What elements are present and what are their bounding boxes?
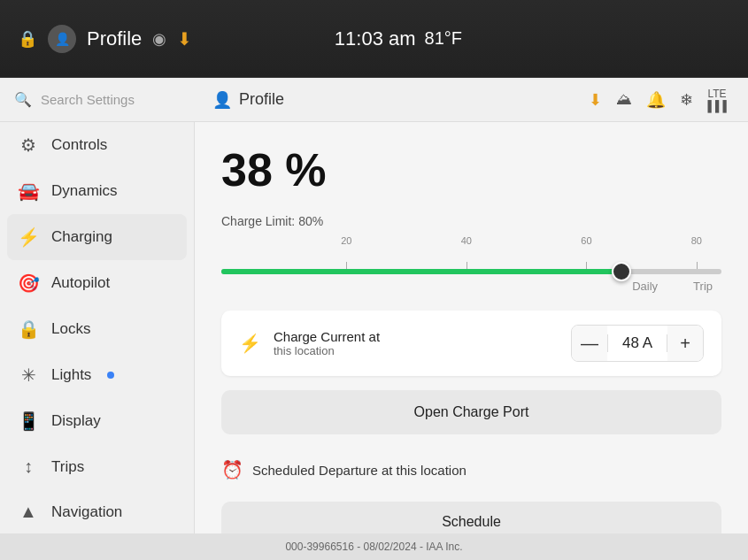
- trips-icon: ↕: [18, 456, 39, 477]
- right-profile-icon: 👤: [212, 90, 232, 110]
- daily-trip-labels: Daily Trip: [221, 280, 721, 293]
- slider-num-60: 60: [581, 235, 591, 246]
- sidebar: ⚙ Controls 🚘 Dynamics ⚡ Charging 🎯 Autop…: [0, 78, 195, 533]
- display-icon: 📱: [18, 410, 39, 432]
- sidebar-item-locks[interactable]: 🔒 Locks: [0, 306, 194, 352]
- header-snowflake-icon: ❄: [680, 90, 693, 110]
- charge-current-subtitle: this location: [274, 344, 571, 357]
- controls-icon: ⚙: [18, 134, 39, 156]
- charge-current-icon: ⚡: [239, 333, 261, 354]
- temp-display: 81°F: [425, 28, 462, 49]
- header-icons: ⬇ ⛰ 🔔 ❄ LTE▌▌▌: [589, 88, 730, 112]
- sidebar-item-lights[interactable]: ✳ Lights: [0, 352, 194, 398]
- open-charge-port-button[interactable]: Open Charge Port: [221, 390, 721, 434]
- charge-slider-container[interactable]: 20 40 60 80: [221, 235, 721, 274]
- schedule-icon: ⏰: [221, 459, 243, 480]
- trip-label: Trip: [693, 280, 713, 293]
- slider-num-20: 20: [341, 235, 351, 246]
- slider-num-40: 40: [461, 235, 472, 246]
- schedule-button[interactable]: Schedule: [221, 502, 721, 533]
- right-header-title: 👤 Profile: [212, 90, 284, 110]
- right-title-text: Profile: [239, 90, 284, 109]
- charging-label: Charging: [51, 228, 112, 246]
- daily-label: Daily: [632, 280, 658, 293]
- slider-num-80: 80: [691, 235, 702, 246]
- charge-percent-display: 38 %: [221, 143, 721, 196]
- bottom-bar-text: 000-39966516 - 08/02/2024 - IAA Inc.: [285, 541, 462, 553]
- lock-icon: 🔒: [18, 29, 37, 49]
- header-bell-icon: 🔔: [646, 90, 666, 110]
- status-bar-left: 🔒 👤 Profile ◉ ⬇: [18, 25, 192, 53]
- charging-content: 38 % Charge Limit: 80% 20 40 60 80: [195, 122, 748, 533]
- charge-current-controls: — 48 A +: [571, 325, 704, 362]
- avatar: 👤: [48, 25, 76, 53]
- sidebar-item-navigation[interactable]: ▲ Navigation: [0, 489, 194, 534]
- navigation-label: Navigation: [51, 503, 122, 521]
- header-download-icon: ⬇: [589, 90, 602, 110]
- trips-label: Trips: [51, 458, 84, 476]
- search-icon: 🔍: [14, 91, 32, 108]
- autopilot-icon: 🎯: [18, 272, 39, 294]
- location-icon: ◉: [152, 29, 166, 49]
- lights-icon: ✳: [18, 364, 39, 386]
- current-value-display: 48 A: [607, 334, 667, 352]
- locks-icon: 🔒: [18, 318, 39, 340]
- dynamics-icon: 🚘: [18, 180, 39, 202]
- increase-current-button[interactable]: +: [667, 326, 703, 361]
- scheduled-departure-text: Scheduled Departure at this location: [252, 463, 467, 478]
- charge-limit-label: Charge Limit: 80%: [221, 214, 721, 228]
- decrease-current-button[interactable]: —: [572, 326, 607, 361]
- scheduled-departure-row: ⏰ Scheduled Departure at this location: [221, 452, 721, 487]
- slider-fill: [221, 269, 621, 274]
- status-profile-label: Profile: [87, 27, 142, 50]
- bottom-bar: 000-39966516 - 08/02/2024 - IAA Inc.: [0, 533, 748, 560]
- sidebar-item-dynamics[interactable]: 🚘 Dynamics: [0, 168, 194, 214]
- display-label: Display: [51, 412, 101, 430]
- navigation-icon: ▲: [18, 502, 39, 522]
- sidebar-item-autopilot[interactable]: 🎯 Autopilot: [0, 260, 194, 306]
- charging-icon: ⚡: [18, 226, 39, 248]
- search-bar[interactable]: 🔍 Search Settings: [0, 78, 195, 122]
- dynamics-label: Dynamics: [51, 182, 118, 200]
- right-header: 👤 Profile ⬇ ⛰ 🔔 ❄ LTE▌▌▌: [195, 78, 748, 122]
- header-signal-icon: LTE▌▌▌: [707, 88, 730, 112]
- slider-thumb[interactable]: [612, 262, 631, 281]
- status-bar: 🔒 👤 Profile ◉ ⬇ 11:03 am 81°F: [0, 0, 748, 78]
- sidebar-item-trips[interactable]: ↕ Trips: [0, 444, 194, 489]
- lights-label: Lights: [51, 366, 91, 384]
- charge-current-row: ⚡ Charge Current at this location — 48 A…: [221, 311, 721, 376]
- sidebar-item-controls[interactable]: ⚙ Controls: [0, 122, 194, 168]
- search-placeholder-text: Search Settings: [41, 92, 135, 107]
- controls-label: Controls: [51, 136, 107, 154]
- charge-current-title: Charge Current at: [274, 329, 571, 344]
- download-status-icon: ⬇: [177, 28, 192, 50]
- lights-notification-dot: [107, 372, 114, 379]
- autopilot-label: Autopilot: [51, 274, 110, 292]
- locks-label: Locks: [51, 320, 90, 338]
- time-display: 11:03 am: [335, 27, 416, 50]
- status-bar-center: 11:03 am 81°F: [335, 27, 462, 50]
- slider-track[interactable]: [221, 269, 721, 274]
- main-container: ⚙ Controls 🚘 Dynamics ⚡ Charging 🎯 Autop…: [0, 78, 748, 533]
- header-map-icon: ⛰: [616, 90, 632, 109]
- right-panel: 👤 Profile ⬇ ⛰ 🔔 ❄ LTE▌▌▌ 38 % Charge Lim…: [195, 78, 748, 533]
- charge-current-text: Charge Current at this location: [274, 329, 571, 357]
- sidebar-item-display[interactable]: 📱 Display: [0, 398, 194, 444]
- sidebar-item-charging[interactable]: ⚡ Charging: [7, 214, 187, 260]
